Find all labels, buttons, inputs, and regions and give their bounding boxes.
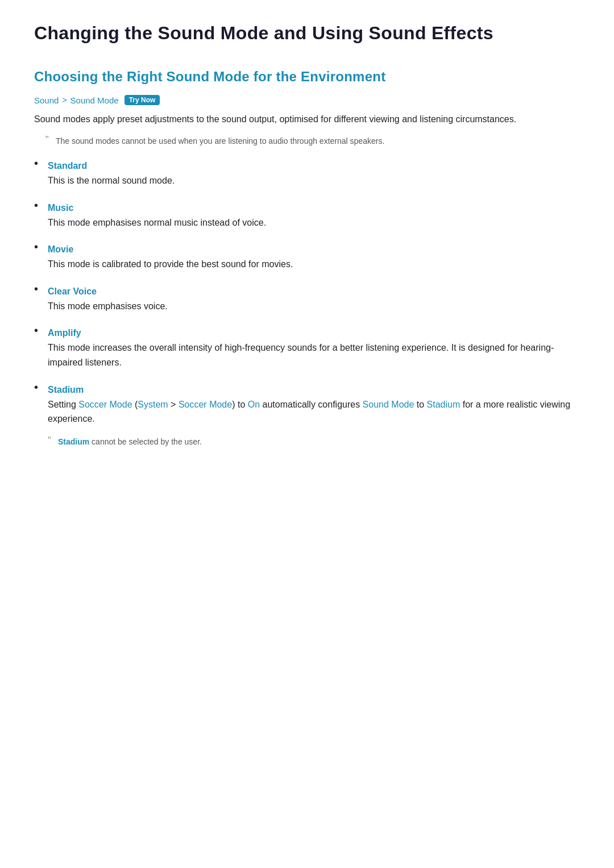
intro-text: Sound modes apply preset adjustments to … bbox=[34, 112, 580, 127]
breadcrumb-separator: > bbox=[62, 95, 67, 105]
mode-label-clear-voice: Clear Voice bbox=[48, 286, 580, 297]
page-title: Changing the Sound Mode and Using Sound … bbox=[34, 23, 580, 48]
mode-clear-voice: Clear Voice This mode emphasises voice. bbox=[48, 281, 580, 323]
stadium-soccer-mode-link[interactable]: Soccer Mode bbox=[78, 400, 132, 409]
mode-label-music: Music bbox=[48, 203, 580, 213]
list-item: • Amplify This mode increases the overal… bbox=[34, 322, 580, 379]
stadium-paren-close: ) to bbox=[232, 400, 248, 409]
note-quote-icon: " bbox=[45, 135, 51, 144]
stadium-soccer-mode-link2[interactable]: Soccer Mode bbox=[179, 400, 232, 409]
stadium-on-link[interactable]: On bbox=[248, 400, 260, 409]
stadium-to: to bbox=[414, 400, 426, 409]
note-block: " The sound modes cannot be used when yo… bbox=[34, 135, 580, 147]
try-now-badge[interactable]: Try Now bbox=[125, 95, 160, 105]
stadium-sub-note: " Stadium cannot be selected by the user… bbox=[48, 435, 580, 448]
stadium-bold-link: Stadium bbox=[58, 437, 89, 446]
sub-note-suffix: cannot be selected by the user. bbox=[89, 437, 202, 446]
bullet-dot: • bbox=[34, 155, 40, 171]
sub-note-quote-icon: " bbox=[48, 435, 53, 446]
list-item: • Clear Voice This mode emphasises voice… bbox=[34, 281, 580, 323]
note-text: The sound modes cannot be used when you … bbox=[56, 135, 384, 147]
mode-amplify: Amplify This mode increases the overall … bbox=[48, 322, 580, 379]
stadium-sep: > bbox=[168, 400, 179, 409]
mode-label-movie: Movie bbox=[48, 244, 580, 255]
stadium-paren-open: ( bbox=[132, 400, 138, 409]
list-item: • Stadium Setting Soccer Mode (System > … bbox=[34, 379, 580, 458]
mode-movie: Movie This mode is calibrated to provide… bbox=[48, 239, 580, 281]
mode-music: Music This mode emphasises normal music … bbox=[48, 197, 580, 239]
mode-desc-standard: This is the normal sound mode. bbox=[48, 173, 580, 188]
mode-label-stadium: Stadium bbox=[48, 385, 580, 395]
mode-standard: Standard This is the normal sound mode. bbox=[48, 155, 580, 197]
breadcrumb-sound-mode[interactable]: Sound Mode bbox=[70, 95, 119, 105]
mode-label-standard: Standard bbox=[48, 161, 580, 171]
modes-list: • Standard This is the normal sound mode… bbox=[34, 155, 580, 457]
stadium-desc-prefix: Setting bbox=[48, 400, 78, 409]
bullet-dot: • bbox=[34, 281, 40, 297]
breadcrumb-sound[interactable]: Sound bbox=[34, 95, 59, 105]
mode-desc-stadium: Setting Soccer Mode (System > Soccer Mod… bbox=[48, 397, 580, 426]
bullet-dot: • bbox=[34, 322, 40, 338]
stadium-system-link[interactable]: System bbox=[138, 400, 168, 409]
stadium-middle: automatically configures bbox=[260, 400, 363, 409]
bullet-dot: • bbox=[34, 197, 40, 213]
section-title: Choosing the Right Sound Mode for the En… bbox=[34, 69, 580, 85]
bullet-dot: • bbox=[34, 239, 40, 255]
list-item: • Standard This is the normal sound mode… bbox=[34, 155, 580, 197]
mode-desc-movie: This mode is calibrated to provide the b… bbox=[48, 257, 580, 272]
breadcrumb: Sound > Sound Mode Try Now bbox=[34, 95, 580, 105]
mode-desc-amplify: This mode increases the overall intensit… bbox=[48, 340, 580, 369]
list-item: • Movie This mode is calibrated to provi… bbox=[34, 239, 580, 281]
mode-label-amplify: Amplify bbox=[48, 328, 580, 338]
mode-desc-music: This mode emphasises normal music instea… bbox=[48, 215, 580, 230]
mode-desc-clear-voice: This mode emphasises voice. bbox=[48, 299, 580, 314]
list-item: • Music This mode emphasises normal musi… bbox=[34, 197, 580, 239]
bullet-dot: • bbox=[34, 379, 40, 395]
sub-note-text: Stadium cannot be selected by the user. bbox=[58, 435, 202, 448]
stadium-sound-mode-link[interactable]: Sound Mode bbox=[363, 400, 414, 409]
stadium-link[interactable]: Stadium bbox=[427, 400, 460, 409]
mode-stadium: Stadium Setting Soccer Mode (System > So… bbox=[48, 379, 580, 458]
